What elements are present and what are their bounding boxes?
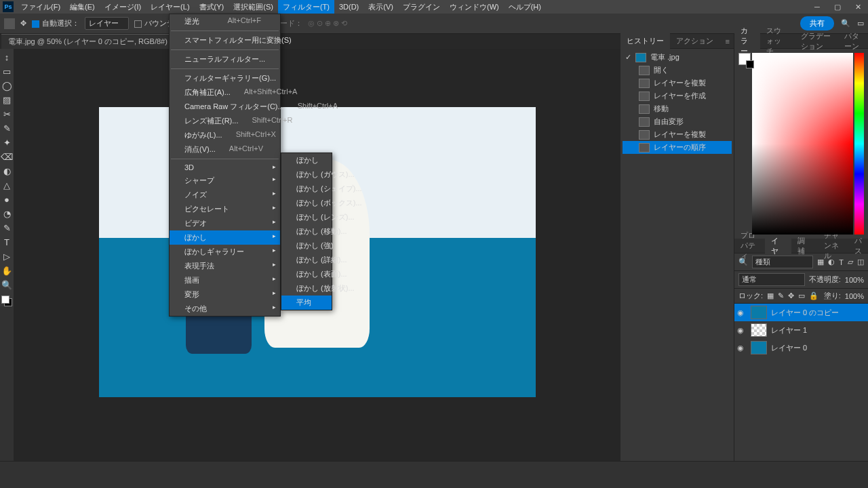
menu-item[interactable]: 表現手法 — [170, 259, 280, 273]
menu-item[interactable]: 描画 — [170, 273, 280, 287]
history-step[interactable]: レイヤーを複製 — [623, 77, 732, 89]
tool-button[interactable]: ✎ — [1, 122, 13, 134]
tool-button[interactable]: ✂ — [1, 108, 13, 120]
auto-select-checkbox[interactable] — [32, 20, 39, 28]
filter-text-icon[interactable]: T — [839, 258, 844, 266]
workspace-icon[interactable]: ▭ — [857, 19, 864, 28]
history-step[interactable]: レイヤーを作成 — [623, 89, 732, 102]
opacity-value[interactable]: 100% — [845, 276, 864, 284]
tool-button[interactable]: ▭ — [1, 65, 13, 77]
lock-all-icon[interactable]: 🔒 — [809, 291, 818, 300]
filter-shape-icon[interactable]: ▱ — [848, 258, 853, 266]
history-step[interactable]: レイヤーの順序 — [623, 141, 732, 154]
history-step[interactable]: 自由変形 — [623, 115, 732, 128]
lock-artboard-icon[interactable]: ▭ — [798, 291, 805, 300]
tool-button[interactable]: ↕ — [1, 51, 13, 63]
menu-item[interactable]: ピクセレート — [170, 202, 280, 216]
panel-menu-icon[interactable]: ≡ — [726, 37, 734, 45]
lock-pixels-icon[interactable]: ▦ — [767, 291, 774, 300]
menu-item[interactable]: 書式(Y) — [195, 0, 229, 14]
blend-mode-select[interactable]: 通常 — [738, 273, 805, 286]
filter-smart-icon[interactable]: ◫ — [857, 258, 864, 266]
history-snapshot[interactable]: ✓電車 .jpg — [623, 51, 732, 64]
menu-item[interactable]: 変形 — [170, 287, 280, 302]
menu-item[interactable]: 消点(V)...Alt+Ctrl+V — [170, 142, 280, 157]
menu-item[interactable]: 3D — [170, 161, 280, 174]
menu-item[interactable]: 3D(D) — [334, 0, 363, 14]
menu-item[interactable]: ぼかし (強) — [281, 239, 332, 253]
menu-item[interactable]: ぼかし — [281, 153, 332, 167]
actions-tab[interactable]: アクション — [670, 33, 719, 49]
lock-brush-icon[interactable]: ✎ — [778, 291, 784, 300]
menu-item[interactable]: 広角補正(A)...Alt+Shift+Ctrl+A — [170, 85, 280, 100]
menu-item[interactable]: 選択範囲(S) — [229, 0, 278, 14]
history-step[interactable]: 移動 — [623, 102, 732, 115]
menu-item[interactable]: その他 — [170, 302, 280, 316]
tool-button[interactable]: ◯ — [1, 79, 13, 92]
lock-move-icon[interactable]: ✥ — [788, 291, 794, 300]
document-tab[interactable]: 電車.jpg @ 50% (レイヤー 0 のコピー, RGB/8#) * — [1, 34, 179, 49]
hue-slider[interactable] — [854, 53, 864, 235]
menu-item[interactable]: プラグイン — [398, 0, 445, 14]
visibility-icon[interactable]: ◉ — [737, 308, 747, 317]
menu-item[interactable]: ぼかし (放射状)... — [281, 281, 332, 296]
menu-item[interactable]: シャープ — [170, 174, 280, 188]
menu-item[interactable]: ウィンドウ(W) — [445, 0, 504, 14]
menu-item[interactable]: ヘルプ(H) — [504, 0, 546, 14]
close-button[interactable]: ✕ — [848, 0, 868, 14]
menu-item[interactable]: ぼかし (ボックス)... — [281, 196, 332, 210]
menu-item[interactable]: ニューラルフィルター... — [170, 52, 280, 66]
filter-pixels-icon[interactable]: ▦ — [817, 258, 824, 266]
menu-item[interactable]: フィルターギャラリー(G)... — [170, 71, 280, 85]
bounding-checkbox[interactable] — [134, 20, 142, 28]
menu-item[interactable]: 表示(V) — [363, 0, 398, 14]
menu-item[interactable]: ぼかし (シェイプ)... — [281, 182, 332, 196]
tool-button[interactable]: ✦ — [1, 136, 13, 148]
menu-item[interactable]: スマートフィルター用に変換(S) — [170, 33, 280, 47]
tool-button[interactable]: 🔍 — [1, 279, 13, 291]
color-swatches[interactable] — [1, 296, 12, 306]
tool-button[interactable]: ▷ — [1, 250, 13, 262]
color-field[interactable] — [752, 53, 853, 235]
color-picker[interactable] — [734, 49, 868, 239]
menu-item[interactable]: ぼかし (表面)... — [281, 267, 332, 281]
menu-item[interactable]: ぼかし — [170, 230, 280, 245]
menu-item[interactable]: ノイズ — [170, 188, 280, 202]
menu-item[interactable]: フィルター(T) — [278, 0, 334, 14]
menu-item[interactable]: 平均 — [281, 296, 332, 310]
menu-item[interactable]: 編集(E) — [65, 0, 100, 14]
visibility-icon[interactable]: ◉ — [737, 326, 747, 335]
tool-button[interactable]: T — [1, 236, 13, 248]
history-tab[interactable]: ヒストリー — [620, 33, 670, 49]
maximize-button[interactable]: ▢ — [827, 0, 848, 14]
menu-item[interactable]: ゆがみ(L)...Shift+Ctrl+X — [170, 128, 280, 142]
tool-button[interactable]: ✋ — [1, 264, 13, 277]
tool-button[interactable]: ▨ — [1, 94, 13, 106]
home-icon[interactable] — [4, 18, 15, 29]
tool-button[interactable]: ✎ — [1, 222, 13, 234]
menu-item[interactable]: 逆光Alt+Ctrl+F — [170, 14, 280, 28]
menu-item[interactable]: ファイル(F) — [16, 0, 65, 14]
fill-value[interactable]: 100% — [845, 292, 864, 300]
visibility-icon[interactable]: ◉ — [737, 344, 747, 352]
tool-button[interactable]: △ — [1, 179, 13, 191]
menu-item[interactable]: レイヤー(L) — [146, 0, 194, 14]
menu-item[interactable]: ぼかし (ガウス)... — [281, 167, 332, 182]
tool-button[interactable]: ◐ — [1, 165, 13, 177]
menu-item[interactable]: ビデオ — [170, 216, 280, 230]
search-icon[interactable]: 🔍 — [841, 19, 850, 28]
menu-item[interactable]: ぼかしギャラリー — [170, 245, 280, 259]
layer-filter-select[interactable]: 種類 — [752, 256, 813, 268]
layer-row[interactable]: ◉レイヤー 0 のコピー — [734, 304, 868, 321]
layer-row[interactable]: ◉レイヤー 1 — [734, 321, 868, 339]
filter-adjust-icon[interactable]: ◐ — [828, 258, 835, 266]
menu-item[interactable]: レンズ補正(R)...Shift+Ctrl+R — [170, 114, 280, 128]
history-step[interactable]: 開く — [623, 64, 732, 77]
history-step[interactable]: レイヤーを複製 — [623, 128, 732, 141]
menu-item[interactable]: ぼかし (移動)... — [281, 224, 332, 239]
tool-button[interactable]: ⌫ — [1, 150, 13, 163]
tool-button[interactable]: ● — [1, 193, 13, 205]
layer-select[interactable]: レイヤー — [85, 17, 129, 30]
tool-button[interactable]: ◔ — [1, 207, 13, 220]
layer-row[interactable]: ◉レイヤー 0 — [734, 339, 868, 357]
